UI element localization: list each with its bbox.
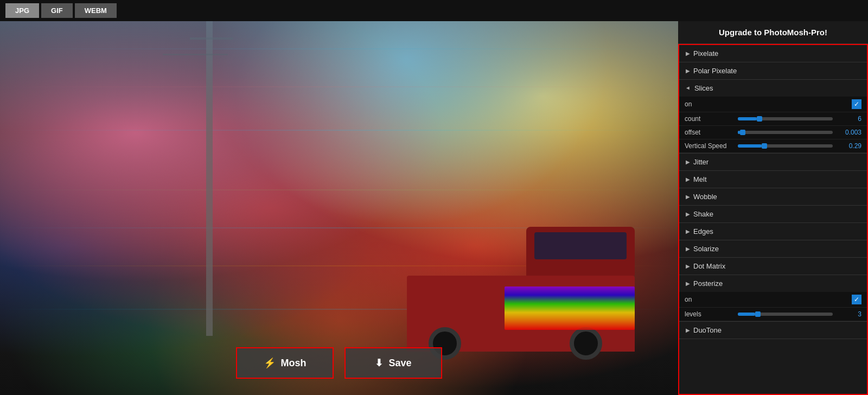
effect-section-pixelate: ▶ Pixelate xyxy=(679,45,867,62)
slices-vspeed-slider[interactable] xyxy=(738,144,833,148)
mosh-icon: ⚡ xyxy=(264,357,276,369)
slices-vspeed-value: 0.29 xyxy=(837,142,861,150)
sky-gradient xyxy=(0,21,678,130)
duotone-arrow: ▶ xyxy=(686,327,690,333)
effect-section-melt: ▶ Melt xyxy=(679,171,867,188)
slices-label: Slices xyxy=(694,84,713,92)
polar-pixelate-label: Polar Pixelate xyxy=(693,67,737,75)
duotone-label: DuoTone xyxy=(693,326,722,334)
melt-arrow: ▶ xyxy=(686,176,690,182)
shake-arrow: ▶ xyxy=(686,211,690,217)
solarize-label: Solarize xyxy=(693,245,719,253)
dot-matrix-label: Dot Matrix xyxy=(693,262,725,270)
truck-window xyxy=(534,232,627,259)
effect-section-wobble: ▶ Wobble xyxy=(679,188,867,206)
bottom-buttons: ⚡ Mosh ⬇ Save xyxy=(236,347,442,379)
slices-content: on ✓ count 6 xyxy=(679,97,867,153)
posterize-levels-row: levels 3 xyxy=(679,308,867,321)
truck-cab xyxy=(526,227,635,276)
upgrade-banner[interactable]: Upgrade to PhotoMosh-Pro! xyxy=(678,21,868,44)
slices-arrow: ▼ xyxy=(685,86,691,91)
effect-header-edges[interactable]: ▶ Edges xyxy=(679,223,867,240)
pixelate-label: Pixelate xyxy=(693,49,718,58)
slices-count-slider[interactable] xyxy=(738,117,833,120)
gif-button[interactable]: GIF xyxy=(41,3,73,18)
rainbow-stripes xyxy=(505,286,635,330)
posterize-levels-track xyxy=(738,313,833,316)
effect-section-edges: ▶ Edges xyxy=(679,223,867,240)
slices-offset-label: offset xyxy=(685,129,733,136)
canvas-area: ⚡ Mosh ⬇ Save xyxy=(0,21,678,395)
slices-count-value: 6 xyxy=(837,115,861,123)
truck-wheel-right xyxy=(570,327,602,360)
posterize-levels-label: levels xyxy=(685,310,733,318)
right-panel: Upgrade to PhotoMosh-Pro! ▶ Pixelate ▶ P… xyxy=(678,21,868,395)
posterize-on-row: on ✓ xyxy=(679,292,867,308)
posterize-content: on ✓ levels 3 xyxy=(679,292,867,321)
effect-header-melt[interactable]: ▶ Melt xyxy=(679,171,867,188)
edges-arrow: ▶ xyxy=(686,228,690,234)
effect-header-wobble[interactable]: ▶ Wobble xyxy=(679,188,867,205)
slices-vspeed-label: Vertical Speed xyxy=(685,142,733,150)
effect-header-shake[interactable]: ▶ Shake xyxy=(679,206,867,222)
solarize-arrow: ▶ xyxy=(686,246,690,252)
posterize-label: Posterize xyxy=(693,279,723,288)
slices-count-fill xyxy=(738,117,757,120)
mosh-label: Mosh xyxy=(281,358,307,369)
wobble-arrow: ▶ xyxy=(686,194,690,200)
posterize-levels-thumb xyxy=(755,311,761,317)
save-label: Save xyxy=(388,358,411,369)
effect-header-solarize[interactable]: ▶ Solarize xyxy=(679,240,867,257)
posterize-levels-value: 3 xyxy=(837,310,861,318)
pixelate-arrow: ▶ xyxy=(686,50,690,56)
main-content: ⚡ Mosh ⬇ Save Upgrade to PhotoMosh-Pro! … xyxy=(0,21,868,395)
slices-count-thumb xyxy=(757,116,762,122)
effect-section-jitter: ▶ Jitter xyxy=(679,154,867,171)
effects-panel: ▶ Pixelate ▶ Polar Pixelate ▼ Slices xyxy=(678,44,868,395)
dot-matrix-arrow: ▶ xyxy=(686,263,690,269)
slices-offset-value: 0.003 xyxy=(837,129,861,136)
effect-section-slices: ▼ Slices on ✓ count xyxy=(679,80,867,154)
effect-header-duotone[interactable]: ▶ DuoTone xyxy=(679,322,867,339)
mosh-button[interactable]: ⚡ Mosh xyxy=(236,347,334,379)
jitter-label: Jitter xyxy=(693,158,709,166)
shake-label: Shake xyxy=(693,210,713,218)
jitter-arrow: ▶ xyxy=(686,159,690,165)
slices-count-track xyxy=(738,117,833,120)
effect-header-dot-matrix[interactable]: ▶ Dot Matrix xyxy=(679,258,867,275)
effect-section-solarize: ▶ Solarize xyxy=(679,240,867,258)
posterize-on-label: on xyxy=(685,296,847,303)
effect-section-dot-matrix: ▶ Dot Matrix xyxy=(679,258,867,275)
effect-header-pixelate[interactable]: ▶ Pixelate xyxy=(679,45,867,62)
slices-on-row: on ✓ xyxy=(679,97,867,112)
posterize-levels-slider[interactable] xyxy=(738,313,833,316)
slices-count-label: count xyxy=(685,115,733,123)
edges-label: Edges xyxy=(693,227,713,235)
wobble-label: Wobble xyxy=(693,193,717,201)
slices-offset-row: offset 0.003 xyxy=(679,126,867,139)
posterize-arrow: ▶ xyxy=(686,281,690,286)
upgrade-text: Upgrade to PhotoMosh-Pro! xyxy=(719,28,827,37)
slices-offset-track xyxy=(738,131,833,134)
slices-on-checkbox[interactable]: ✓ xyxy=(852,99,861,109)
posterize-on-checkbox[interactable]: ✓ xyxy=(852,295,861,304)
save-button[interactable]: ⬇ Save xyxy=(344,347,442,379)
effect-header-jitter[interactable]: ▶ Jitter xyxy=(679,154,867,170)
webm-button[interactable]: WEBM xyxy=(75,3,117,18)
slices-offset-slider[interactable] xyxy=(738,131,833,134)
save-icon: ⬇ xyxy=(375,357,383,369)
melt-label: Melt xyxy=(693,175,707,183)
slices-vspeed-thumb xyxy=(762,143,767,149)
effect-header-polar-pixelate[interactable]: ▶ Polar Pixelate xyxy=(679,62,867,79)
effect-header-slices[interactable]: ▼ Slices xyxy=(679,80,867,97)
slices-vspeed-track xyxy=(738,144,833,148)
slices-vspeed-row: Vertical Speed 0.29 xyxy=(679,139,867,153)
slices-offset-thumb xyxy=(740,130,745,135)
effect-section-shake: ▶ Shake xyxy=(679,206,867,223)
slices-vspeed-fill xyxy=(738,144,762,148)
effect-section-duotone: ▶ DuoTone xyxy=(679,322,867,339)
effect-header-posterize[interactable]: ▶ Posterize xyxy=(679,275,867,292)
top-bar: JPG GIF WEBM xyxy=(0,0,868,21)
effect-section-posterize: ▶ Posterize on ✓ levels xyxy=(679,275,867,322)
jpg-button[interactable]: JPG xyxy=(5,3,39,18)
